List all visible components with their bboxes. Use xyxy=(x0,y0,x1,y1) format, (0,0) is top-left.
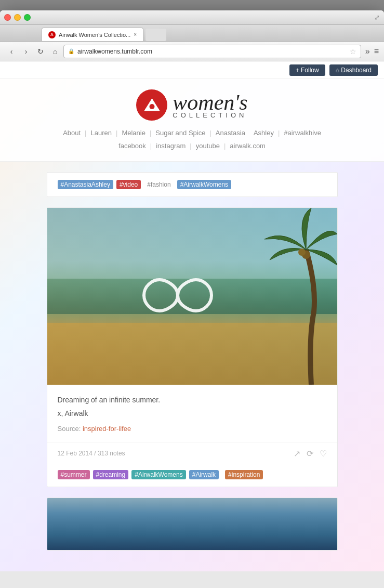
social-sep-2: | xyxy=(190,142,191,150)
share-button[interactable]: ↗ xyxy=(294,449,300,459)
nav-bar: ‹ › ↻ ⌂ 🔒 airwalkwomens.tumblr.com ☆ » ≡ xyxy=(0,42,384,61)
resize-icon: ⤢ xyxy=(374,14,380,21)
nav-about[interactable]: About xyxy=(60,128,84,138)
new-tab-button[interactable] xyxy=(145,29,166,41)
post-card-beach: Dreaming of an infinite summer. x, Airwa… xyxy=(47,207,338,487)
nav-anastasia[interactable]: Anastasia xyxy=(213,128,248,138)
feed: #AnastasiaAshley #video #fashion #Airwal… xyxy=(47,162,338,571)
tab-close-button[interactable]: × xyxy=(134,32,137,37)
nav-links: About | Lauren | Melanie | Sugar and Spi… xyxy=(21,128,363,138)
post-date: 12 Feb 2014 xyxy=(58,450,92,457)
post-card-preview xyxy=(47,498,338,551)
logo-icon xyxy=(136,89,167,121)
page-content: + Follow ⌂ Dashboard women's COLLECTION xyxy=(0,61,384,571)
social-sep-3: | xyxy=(224,142,226,150)
extensions-button[interactable]: » xyxy=(365,47,370,56)
post-body: Dreaming of an infinite summer. x, Airwa… xyxy=(47,385,337,442)
nav-sep-3: | xyxy=(150,129,151,137)
infinity-symbol xyxy=(141,277,214,316)
tag-airwalk[interactable]: #Airwalk xyxy=(189,470,219,479)
post-date-sep: / xyxy=(94,450,98,457)
nav-ashley[interactable]: Ashley xyxy=(250,128,277,138)
back-button[interactable]: ‹ xyxy=(5,45,18,58)
post-signature: x, Airwalk xyxy=(58,408,327,419)
nav-sep-2: | xyxy=(116,129,117,137)
nav-melanie[interactable]: Melanie xyxy=(118,128,149,138)
maximize-window-button[interactable] xyxy=(24,14,31,21)
tag-airwalkwomens-second[interactable]: #AirwalkWomens xyxy=(131,470,186,479)
post-actions: ↗ ⟳ ♡ xyxy=(294,449,327,459)
tag-airwalkwomens-first[interactable]: #AirwalkWomens xyxy=(177,180,231,189)
bookmark-icon[interactable]: ☆ xyxy=(350,47,356,56)
logo-collection: COLLECTION xyxy=(173,111,247,119)
social-airwalk[interactable]: airwalk.com xyxy=(227,141,269,151)
post-meta: 12 Feb 2014 / 313 notes xyxy=(58,450,125,457)
post-card-tags: #AnastasiaAshley #video #fashion #Airwal… xyxy=(47,172,338,197)
title-bar: ⤢ xyxy=(0,10,384,25)
address-bar[interactable]: 🔒 airwalkwomens.tumblr.com ☆ xyxy=(63,45,361,58)
nav-sugar-spice[interactable]: Sugar and Spice xyxy=(152,128,208,138)
source-label: Source: xyxy=(58,425,81,433)
social-youtube[interactable]: youtube xyxy=(193,141,223,151)
site-header: women's COLLECTION About | Lauren | Mela… xyxy=(0,79,384,162)
tag-summer[interactable]: #summer xyxy=(58,470,90,479)
post-notes: 313 notes xyxy=(98,450,125,457)
tag-inspiration[interactable]: #inspiration xyxy=(225,470,263,479)
social-sep-1: | xyxy=(150,142,152,150)
source-link[interactable]: inspired-for-lifee xyxy=(83,425,131,433)
minimize-window-button[interactable] xyxy=(14,14,21,21)
post-tags-top-first: #AnastasiaAshley #video #fashion #Airwal… xyxy=(47,173,337,197)
social-facebook[interactable]: facebook xyxy=(115,141,149,151)
refresh-button[interactable]: ↻ xyxy=(34,45,47,58)
logo-womens: women's xyxy=(173,92,247,113)
tag-anastasiaashley[interactable]: #AnastasiaAshley xyxy=(58,180,113,189)
browser-window: ⤢ A Airwalk Women's Collectio... × ‹ › ↻… xyxy=(0,10,384,588)
traffic-lights xyxy=(4,14,31,21)
nav-airwalkhive[interactable]: #airwalkhive xyxy=(281,128,324,138)
tab-bar: A Airwalk Women's Collectio... × xyxy=(0,25,384,42)
tag-dreaming[interactable]: #dreaming xyxy=(93,470,129,479)
browser-tab[interactable]: A Airwalk Women's Collectio... × xyxy=(42,28,143,41)
post-image xyxy=(47,208,337,385)
lock-icon: 🔒 xyxy=(68,48,74,54)
home-button[interactable]: ⌂ xyxy=(49,45,61,58)
post-source: Source: inspired-for-lifee xyxy=(58,424,327,435)
post-tags-bottom: #summer #dreaming #AirwalkWomens #Airwal… xyxy=(47,465,337,487)
beach-scene xyxy=(47,208,337,385)
follow-bar: + Follow ⌂ Dashboard xyxy=(0,61,384,79)
social-links: facebook | instagram | youtube | airwalk… xyxy=(21,141,363,151)
menu-button[interactable]: ≡ xyxy=(374,47,379,56)
nav-sep-1: | xyxy=(85,129,86,137)
close-window-button[interactable] xyxy=(4,14,11,21)
address-text: airwalkwomens.tumblr.com xyxy=(77,48,347,55)
post-image-preview xyxy=(47,498,337,550)
logo-text-group: women's COLLECTION xyxy=(173,92,247,119)
tag-fashion[interactable]: #fashion xyxy=(144,180,174,189)
svg-point-1 xyxy=(149,104,154,109)
nav-lauren[interactable]: Lauren xyxy=(88,128,115,138)
follow-button[interactable]: + Follow xyxy=(289,64,325,76)
forward-button[interactable]: › xyxy=(20,45,32,58)
post-caption: Dreaming of an infinite summer. xyxy=(58,394,327,406)
dashboard-button[interactable]: ⌂ Dashboard xyxy=(329,64,378,76)
page-inner: + Follow ⌂ Dashboard women's COLLECTION xyxy=(0,61,384,571)
tab-title: Airwalk Women's Collectio... xyxy=(59,32,130,38)
logo-svg xyxy=(143,96,161,114)
tab-favicon: A xyxy=(48,31,56,38)
reblog-button[interactable]: ⟳ xyxy=(307,449,313,459)
social-instagram[interactable]: instagram xyxy=(153,141,189,151)
post-footer: 12 Feb 2014 / 313 notes ↗ ⟳ ♡ xyxy=(47,442,337,465)
logo-area: women's COLLECTION xyxy=(21,89,363,121)
nav-sep-4: | xyxy=(209,129,211,137)
nav-sep-5: | xyxy=(278,129,280,137)
tag-video[interactable]: #video xyxy=(116,180,141,189)
like-button[interactable]: ♡ xyxy=(320,449,327,459)
